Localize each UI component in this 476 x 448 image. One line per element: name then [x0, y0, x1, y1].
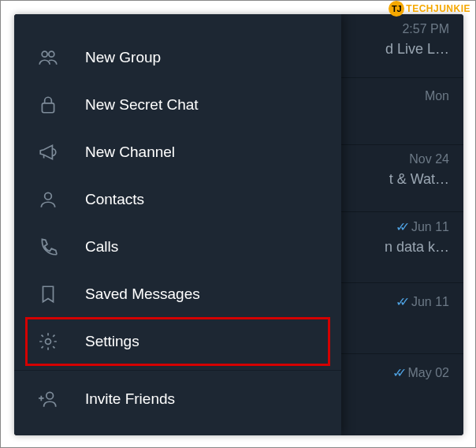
menu-label: Contacts: [85, 191, 144, 208]
menu-label: New Channel: [85, 144, 175, 161]
chat-row[interactable]: 2:57 PM d Live L…: [385, 22, 449, 58]
chat-row[interactable]: Nov 24 t & Wat…: [389, 152, 449, 188]
svg-rect-2: [42, 103, 54, 113]
svg-point-0: [42, 51, 47, 57]
megaphone-icon: [38, 142, 58, 162]
svg-point-4: [46, 339, 51, 345]
menu-label: Invite Friends: [85, 390, 175, 408]
gear-icon: [38, 331, 58, 352]
chat-time: Mon: [425, 89, 449, 103]
side-drawer: New Group New Secret Chat New Channel Co…: [14, 14, 341, 435]
chat-row[interactable]: ✓✓Jun 11 n data k…: [385, 219, 449, 256]
invite-icon: [38, 389, 58, 409]
menu-item-invite-friends[interactable]: Invite Friends: [14, 375, 341, 423]
highlight-box: [25, 317, 330, 366]
menu-item-contacts[interactable]: Contacts: [14, 176, 341, 223]
menu-label: New Secret Chat: [85, 96, 199, 114]
menu-item-new-channel[interactable]: New Channel: [14, 129, 341, 176]
menu-item-saved-messages[interactable]: Saved Messages: [14, 271, 341, 318]
chat-separator: [341, 353, 463, 354]
phone-icon: [38, 237, 58, 257]
menu-label: Saved Messages: [85, 286, 200, 303]
chat-time: ✓✓Jun 11: [396, 294, 449, 309]
bookmark-icon: [38, 284, 58, 304]
watermark-badge: TJ: [389, 1, 404, 17]
menu-item-settings[interactable]: Settings: [14, 318, 341, 365]
chat-separator: [341, 282, 463, 283]
lock-icon: [38, 95, 58, 115]
svg-point-1: [49, 51, 54, 57]
chat-snippet: d Live L…: [385, 41, 449, 58]
menu-item-calls[interactable]: Calls: [14, 223, 341, 271]
chat-row[interactable]: ✓✓May 02: [392, 365, 449, 385]
watermark: TJ TECHJUNKIE: [389, 1, 470, 17]
chat-time: Nov 24: [409, 152, 449, 166]
menu-item-new-group[interactable]: New Group: [14, 34, 341, 81]
contact-icon: [38, 189, 58, 210]
menu-label: New Group: [85, 49, 161, 66]
menu-divider: [14, 370, 341, 371]
chat-separator: [341, 144, 463, 145]
chat-snippet: t & Wat…: [389, 171, 449, 188]
menu-label: Calls: [85, 238, 118, 256]
chat-time: 2:57 PM: [402, 22, 449, 36]
screenshot-container: TJ TECHJUNKIE 2:57 PM d Live L… Mon Nov …: [0, 0, 476, 448]
svg-point-3: [45, 192, 52, 200]
group-icon: [38, 47, 58, 68]
svg-point-5: [46, 392, 54, 399]
watermark-text: TECHJUNKIE: [406, 3, 470, 14]
read-check-icon: ✓✓: [392, 365, 400, 380]
read-check-icon: ✓✓: [396, 294, 403, 309]
menu-item-new-secret-chat[interactable]: New Secret Chat: [14, 81, 341, 129]
chat-separator: [341, 77, 463, 78]
chat-time: ✓✓May 02: [392, 365, 449, 380]
chat-row[interactable]: Mon: [425, 89, 449, 108]
app-frame: 2:57 PM d Live L… Mon Nov 24 t & Wat… ✓✓…: [14, 14, 463, 435]
chat-time: ✓✓Jun 11: [396, 219, 449, 234]
menu-label: Settings: [85, 333, 139, 350]
chat-separator: [341, 211, 463, 212]
chat-snippet: n data k…: [385, 239, 449, 256]
read-check-icon: ✓✓: [396, 219, 403, 234]
chat-row[interactable]: ✓✓Jun 11: [396, 294, 449, 314]
